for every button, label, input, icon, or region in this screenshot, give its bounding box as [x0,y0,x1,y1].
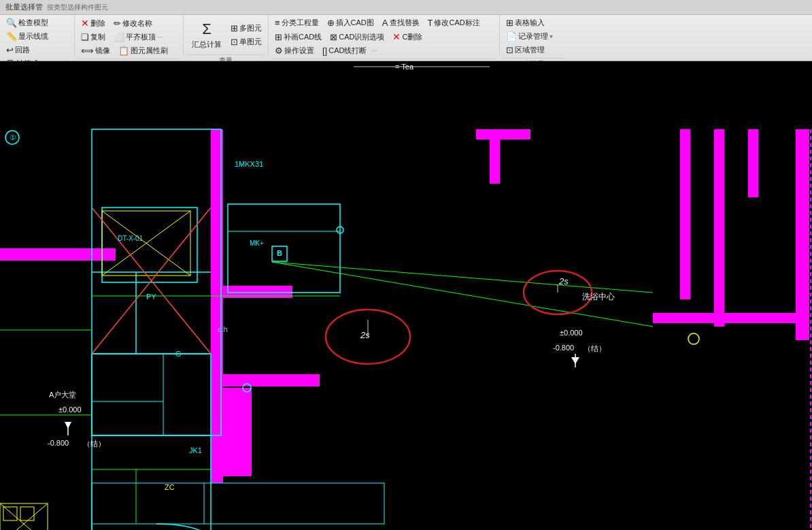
svg-rect-5 [796,129,809,340]
toolbar-title: 批量选择管 [5,2,43,12]
svg-line-32 [272,262,653,327]
flatten-btn[interactable]: ⬜平齐板顶··· [110,31,166,44]
cad-identify-btn[interactable]: ⊠CAD识别选项 [326,30,388,44]
check-model-btn[interactable]: 🔍检查模型 [3,16,71,29]
svg-rect-6 [748,129,758,197]
group-check-display: 🔍检查模型 📏显示线缆 ↩回路 🖩计算式 ✓合法性··· 检查/显示 [0,15,75,56]
svg-rect-2 [680,129,690,299]
toolbar-buttons: 🔍检查模型 📏显示线缆 ↩回路 🖩计算式 ✓合法性··· 检查/显示 ✕删除 ✏… [0,15,812,56]
svg-point-45 [688,333,699,344]
show-lines-btn[interactable]: 📏显示线缆 [3,30,71,43]
group-cad: ≡分类工程量 ⊕插入CAD图 A查找替换 T修改CAD标注 ⊞补画CAD线 ⊠C… [269,15,500,56]
group-edit: ✕删除 ✏修改名称 ❏复制 ⬜平齐板顶··· ⟺镜像 📋图元属性刷 编辑图元 [75,15,184,56]
group-assistant: ⊞表格输入 📄记录管理▾ ⊡区域管理 小助手 [500,15,568,56]
group-measure: Σ 汇总计算 ⊞多图元 ⊡单图元 查量 [184,15,269,56]
svg-rect-11 [476,129,530,139]
svg-rect-58 [20,507,34,520]
svg-rect-13 [102,208,197,282]
svg-line-33 [272,262,653,293]
svg-rect-8 [211,374,320,386]
properties-btn[interactable]: 📋图元属性刷 [115,44,171,57]
classify-btn[interactable]: ≡分类工程量 [271,16,322,29]
cad-drawing: ① [0,61,812,530]
record-mgmt-btn[interactable]: 📄记录管理▾ [503,30,565,43]
rename-btn[interactable]: ✏修改名称 [110,16,156,30]
toolbar: 批量选择管 按类型选择构件图元 🔍检查模型 📏显示线缆 ↩回路 🖩计算式 ✓合法… [0,0,812,61]
delete-btn[interactable]: ✕删除 [78,16,109,30]
c-delete-btn[interactable]: ✕C删除 [389,30,426,44]
cad-canvas[interactable]: ① 1MKX31 DT-X-01 PY c.h G JK1 ZC 2s 2s 洗… [0,61,812,530]
insert-cad-btn[interactable]: ⊕插入CAD图 [324,16,377,29]
table-input-btn[interactable]: ⊞表格输入 [503,16,565,29]
svg-rect-3 [714,129,724,327]
edit-cad-label-btn[interactable]: T修改CAD标注 [424,16,484,29]
cad-line-break-btn[interactable]: []CAD线打断 [319,44,370,57]
circuit-btn[interactable]: ↩回路 [3,44,71,56]
svg-rect-9 [211,388,252,476]
title-row: 批量选择管 按类型选择构件图元 [0,0,812,15]
region-mgmt-btn[interactable]: ⊡区域管理 [503,44,565,56]
toolbar-subtitle: 按类型选择构件图元 [47,3,108,12]
find-replace-btn[interactable]: A查找替换 [379,16,423,29]
svg-line-29 [0,503,48,530]
supplement-cad-btn[interactable]: ⊞补画CAD线 [271,30,325,44]
svg-rect-1 [0,248,116,261]
ops-settings-btn[interactable]: ⚙操作设置 [271,44,318,57]
mirror-btn[interactable]: ⟺镜像 [78,44,114,57]
svg-rect-18 [92,354,211,530]
multi-view-btn[interactable]: ⊞多图元 [227,22,265,35]
single-view-btn[interactable]: ⊡单图元 [227,35,265,48]
sum-btn[interactable]: Σ 汇总计算 [186,16,227,53]
svg-rect-21 [228,204,340,293]
svg-line-30 [0,503,48,530]
svg-rect-4 [653,313,809,323]
svg-text:①: ① [10,133,16,142]
svg-rect-57 [3,507,17,520]
svg-rect-53 [272,246,287,261]
svg-rect-28 [0,503,48,530]
copy-btn[interactable]: ❏复制 [78,31,109,44]
